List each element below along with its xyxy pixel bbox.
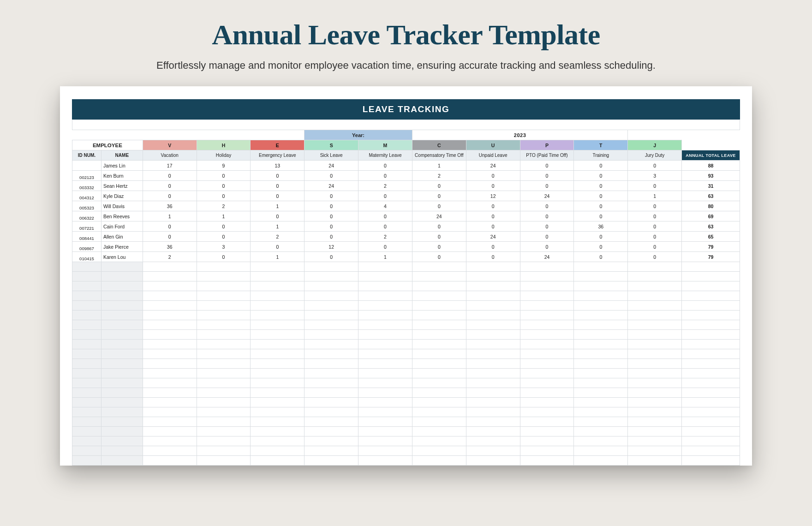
employee-name-cell: Will Davis <box>101 201 143 211</box>
employee-name-cell: James Lin <box>101 161 143 171</box>
leave-type-code-C: C <box>412 140 466 150</box>
leave-value-cell: 0 <box>304 201 358 211</box>
empty-row <box>72 417 740 427</box>
leave-value-cell: 0 <box>628 221 682 232</box>
table-row: 003332Sean Hertz0002420000031 <box>72 181 740 191</box>
leave-value-cell: 0 <box>358 242 412 252</box>
leave-value-cell: 24 <box>412 211 466 221</box>
leave-value-cell: 24 <box>520 252 574 262</box>
employee-column-header: EMPLOYEE <box>72 140 143 150</box>
leave-value-cell: 24 <box>466 161 520 171</box>
leave-value-cell: 0 <box>466 171 520 181</box>
leave-value-cell: 0 <box>520 201 574 211</box>
leave-type-label-J: Jury Duty <box>628 150 682 161</box>
employee-name-cell: Ken Burn <box>101 171 143 181</box>
empty-row <box>72 272 740 281</box>
leave-value-cell: 17 <box>143 161 197 171</box>
leave-value-cell: 0 <box>574 181 628 191</box>
id-header: ID NUM. <box>72 150 102 161</box>
leave-value-cell: 12 <box>304 242 358 252</box>
leave-value-cell: 0 <box>574 232 628 242</box>
employee-id-cell: 005323 <box>72 201 102 211</box>
employee-id-cell <box>72 161 102 171</box>
employee-id-cell: 004312 <box>72 191 102 201</box>
annual-total-cell: 79 <box>682 252 740 262</box>
page-title: Annual Leave Tracker Template <box>0 18 812 51</box>
leave-value-cell: 0 <box>574 201 628 211</box>
empty-row <box>72 340 740 349</box>
leave-type-code-P: P <box>520 140 574 150</box>
leave-value-cell: 2 <box>251 232 304 242</box>
leave-value-cell: 0 <box>143 221 197 232</box>
leave-type-code-S: S <box>304 140 358 150</box>
leave-value-cell: 0 <box>304 221 358 232</box>
leave-type-code-T: T <box>574 140 628 150</box>
leave-value-cell: 0 <box>574 252 628 262</box>
leave-type-code-J: J <box>628 140 682 150</box>
leave-value-cell: 24 <box>520 191 574 201</box>
table-row: 004312Kyle Diaz00000012240163 <box>72 191 740 201</box>
leave-value-cell: 0 <box>197 171 251 181</box>
leave-value-cell: 0 <box>412 221 466 232</box>
employee-id-cell: 009867 <box>72 242 102 252</box>
employee-name-cell: Cain Ford <box>101 221 143 232</box>
leave-value-cell: 4 <box>358 201 412 211</box>
leave-value-cell: 2 <box>358 232 412 242</box>
annual-total-cell: 80 <box>682 201 740 211</box>
employee-name-cell: Sean Hertz <box>101 181 143 191</box>
employee-id-cell: 008441 <box>72 232 102 242</box>
leave-value-cell: 0 <box>520 232 574 242</box>
leave-value-cell: 0 <box>466 181 520 191</box>
employee-name-cell: Jake Pierce <box>101 242 143 252</box>
empty-row <box>72 359 740 369</box>
leave-value-cell: 2 <box>358 181 412 191</box>
leave-value-cell: 0 <box>304 191 358 201</box>
leave-value-cell: 0 <box>520 181 574 191</box>
leave-value-cell: 1 <box>251 221 304 232</box>
leave-value-cell: 0 <box>574 191 628 201</box>
table-row: 005323Will Davis3621040000080 <box>72 201 740 211</box>
annual-total-cell: 63 <box>682 221 740 232</box>
annual-total-cell: 65 <box>682 232 740 242</box>
empty-row <box>72 446 740 456</box>
leave-value-cell: 0 <box>358 211 412 221</box>
leave-type-label-T: Training <box>574 150 628 161</box>
leave-value-cell: 0 <box>628 211 682 221</box>
table-row: 007221Cain Ford0010000036063 <box>72 221 740 232</box>
annual-total-cell: 69 <box>682 211 740 221</box>
year-value-cell[interactable]: 2023 <box>412 130 627 140</box>
leave-value-cell: 0 <box>251 171 304 181</box>
empty-row <box>72 388 740 398</box>
leave-value-cell: 0 <box>466 242 520 252</box>
employee-name-cell: Allen Gin <box>101 232 143 242</box>
table-row: 009867Jake Pierce36301200000079 <box>72 242 740 252</box>
leave-value-cell: 1 <box>143 211 197 221</box>
leave-value-cell: 0 <box>358 161 412 171</box>
leave-value-cell: 12 <box>466 191 520 201</box>
leave-value-cell: 2 <box>412 171 466 181</box>
leave-value-cell: 0 <box>412 181 466 191</box>
leave-type-label-P: PTO (Paid Time Off) <box>520 150 574 161</box>
leave-value-cell: 24 <box>304 161 358 171</box>
leave-value-cell: 0 <box>520 221 574 232</box>
empty-row <box>72 301 740 311</box>
leave-value-cell: 13 <box>251 161 304 171</box>
leave-value-cell: 0 <box>628 181 682 191</box>
employee-id-cell: 010415 <box>72 252 102 262</box>
leave-value-cell: 0 <box>628 252 682 262</box>
leave-value-cell: 0 <box>143 181 197 191</box>
table-row: James Lin1791324012400088 <box>72 161 740 171</box>
leave-value-cell: 0 <box>466 221 520 232</box>
leave-value-cell: 0 <box>466 211 520 221</box>
leave-value-cell: 0 <box>197 191 251 201</box>
spreadsheet-preview: LEAVE TRACKING Year: 2023 EMPLOYEE VHESM… <box>60 86 752 466</box>
employee-name-cell: Ben Reeves <box>101 211 143 221</box>
employee-id-cell: 003332 <box>72 181 102 191</box>
leave-value-cell: 0 <box>628 201 682 211</box>
empty-row <box>72 320 740 330</box>
leave-value-cell: 0 <box>412 242 466 252</box>
leave-value-cell: 3 <box>628 171 682 181</box>
leave-type-code-H: H <box>197 140 251 150</box>
leave-value-cell: 0 <box>574 171 628 181</box>
leave-value-cell: 0 <box>466 252 520 262</box>
